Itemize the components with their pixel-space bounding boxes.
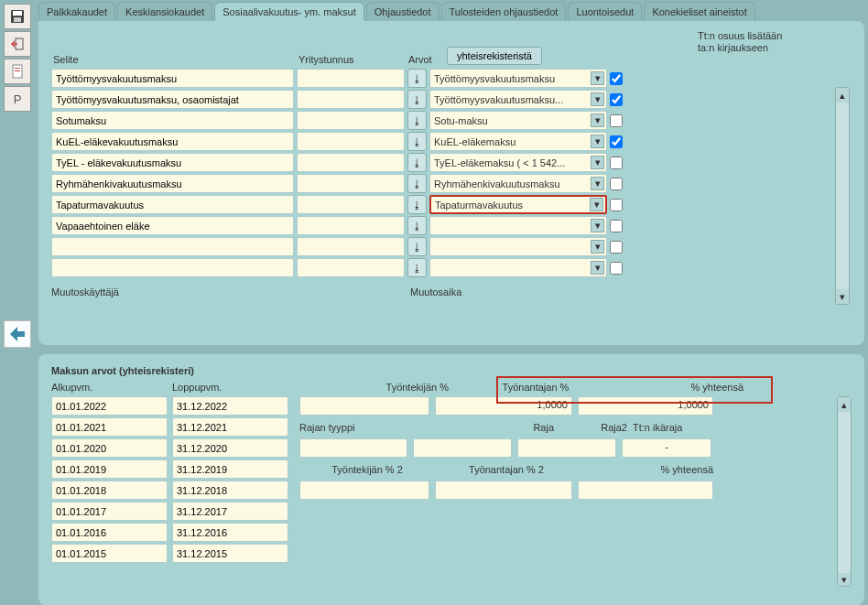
ta2-field[interactable] bbox=[435, 481, 572, 500]
lbl-raja: Raja bbox=[435, 417, 554, 437]
alkupvm-field[interactable] bbox=[51, 417, 168, 437]
tt-osuus-checkbox[interactable] bbox=[610, 199, 623, 211]
arvot-dropdown[interactable]: Työttömyysvakuutusmaksu...▾ bbox=[429, 90, 607, 109]
arvot-dropdown[interactable]: KuEL-eläkemaksu▾ bbox=[429, 132, 607, 151]
arvot-dropdown[interactable]: Ryhmähenkivakuutusmaksu▾ bbox=[429, 174, 607, 193]
save-button[interactable] bbox=[4, 4, 31, 29]
tt-osuus-checkbox[interactable] bbox=[610, 220, 623, 232]
tt-osuus-checkbox[interactable] bbox=[610, 241, 623, 254]
yritystunnus-field[interactable] bbox=[297, 132, 405, 151]
arvot-button[interactable]: ⭳ bbox=[407, 69, 427, 88]
selite-field[interactable] bbox=[51, 69, 294, 88]
loppupvm-field[interactable] bbox=[172, 417, 288, 437]
loppupvm-field[interactable] bbox=[172, 544, 288, 563]
dropdown-value: Työttömyysvakuutusmaksu bbox=[434, 73, 555, 84]
arvot-button[interactable]: ⭳ bbox=[407, 132, 427, 151]
yhteisrekisterista-button[interactable]: yhteisrekisteristä bbox=[447, 47, 542, 65]
selite-field[interactable] bbox=[51, 195, 294, 214]
selite-field[interactable] bbox=[51, 111, 294, 130]
alkupvm-field[interactable] bbox=[51, 396, 168, 416]
selite-field[interactable] bbox=[51, 258, 294, 277]
yritystunnus-field[interactable] bbox=[297, 216, 405, 235]
tab-ohjaustiedot[interactable]: Ohjaustiedot bbox=[366, 2, 439, 21]
alkupvm-field[interactable] bbox=[51, 502, 168, 521]
tt-osuus-checkbox[interactable] bbox=[610, 93, 623, 106]
selite-field[interactable] bbox=[51, 174, 294, 193]
loppupvm-field[interactable] bbox=[172, 459, 288, 479]
tt-osuus-checkbox[interactable] bbox=[610, 178, 623, 190]
loppupvm-field[interactable] bbox=[172, 523, 288, 542]
arvot-dropdown[interactable]: ▾ bbox=[429, 258, 607, 277]
arvot-button[interactable]: ⭳ bbox=[407, 111, 427, 130]
arvot-button[interactable]: ⭳ bbox=[407, 258, 427, 277]
yritystunnus-field[interactable] bbox=[297, 258, 405, 277]
arvot-button[interactable]: ⭳ bbox=[407, 195, 427, 214]
doc-button[interactable] bbox=[4, 59, 31, 84]
arvot-dropdown[interactable]: TyEL-eläkemaksu ( < 1 542...▾ bbox=[429, 153, 607, 172]
alkupvm-field[interactable] bbox=[51, 481, 168, 500]
arvot-button[interactable]: ⭳ bbox=[407, 153, 427, 172]
tp2-field[interactable] bbox=[299, 481, 429, 500]
selite-field[interactable] bbox=[51, 153, 294, 172]
selite-field[interactable] bbox=[51, 216, 294, 235]
yritystunnus-field[interactable] bbox=[297, 195, 405, 214]
scroll-down-icon[interactable]: ▾ bbox=[836, 289, 849, 304]
panel-b-scrollbar[interactable]: ▴ ▾ bbox=[837, 396, 852, 587]
alkupvm-field[interactable] bbox=[51, 459, 168, 479]
arvot-dropdown[interactable]: ▾ bbox=[429, 216, 607, 235]
tt-osuus-checkbox[interactable] bbox=[610, 114, 623, 127]
rajan-tyyppi-field[interactable] bbox=[299, 438, 407, 458]
insurance-row: ⭳▾ bbox=[51, 258, 852, 277]
tt-osuus-checkbox[interactable] bbox=[610, 157, 623, 169]
arvot-dropdown[interactable]: Sotu-maksu▾ bbox=[429, 111, 607, 130]
yritystunnus-field[interactable] bbox=[297, 153, 405, 172]
selite-field[interactable] bbox=[51, 132, 294, 151]
tyonantajan-pct-field[interactable]: 1,0000 bbox=[435, 396, 572, 416]
scroll-up-icon[interactable]: ▴ bbox=[836, 88, 849, 103]
selite-field[interactable] bbox=[51, 90, 294, 109]
panel-a-scrollbar[interactable]: ▴ ▾ bbox=[835, 87, 850, 305]
hdr-selite: Selite bbox=[51, 54, 297, 65]
alkupvm-field[interactable] bbox=[51, 544, 168, 563]
loppupvm-field[interactable] bbox=[172, 396, 288, 416]
yhteensa-pct-field[interactable]: 1,0000 bbox=[578, 396, 713, 416]
alkupvm-field[interactable] bbox=[51, 523, 168, 542]
yritystunnus-field[interactable] bbox=[297, 237, 405, 256]
p-button[interactable]: P bbox=[4, 86, 31, 112]
loppupvm-field[interactable] bbox=[172, 438, 288, 458]
dropdown-toggle-icon[interactable]: ▾ bbox=[838, 573, 851, 586]
arvot-button[interactable]: ⭳ bbox=[407, 174, 427, 193]
alkupvm-field[interactable] bbox=[51, 438, 168, 458]
chevron-down-icon: ▾ bbox=[591, 156, 604, 169]
raja2-field[interactable] bbox=[517, 438, 616, 458]
tab-tulosteiden[interactable]: Tulosteiden ohjaustiedot bbox=[441, 2, 567, 21]
yritystunnus-field[interactable] bbox=[297, 69, 405, 88]
yritystunnus-field[interactable] bbox=[297, 174, 405, 193]
arvot-button[interactable]: ⭳ bbox=[407, 90, 427, 109]
yritystunnus-field[interactable] bbox=[297, 111, 405, 130]
tyontekijan-pct-field[interactable] bbox=[299, 396, 429, 416]
yh2-field[interactable] bbox=[578, 481, 713, 500]
tab-keskiansiokaudet[interactable]: Keskiansiokaudet bbox=[117, 2, 212, 21]
tt-osuus-checkbox[interactable] bbox=[610, 262, 623, 275]
loppupvm-field[interactable] bbox=[172, 502, 288, 521]
tt-osuus-checkbox[interactable] bbox=[610, 72, 623, 85]
exit-button[interactable] bbox=[4, 31, 31, 57]
tab-palkkakaudet[interactable]: Palkkakaudet bbox=[38, 2, 115, 21]
tab-konekieliset[interactable]: Konekieliset aineistot bbox=[644, 2, 754, 21]
arvot-dropdown[interactable]: Tapaturmavakuutus▾ bbox=[429, 195, 607, 214]
lbl-tp2: Työntekijän % 2 bbox=[299, 459, 435, 479]
arvot-button[interactable]: ⭳ bbox=[407, 216, 427, 235]
tab-sosiaalivakuutus[interactable]: Sosiaalivakuutus- ym. maksut bbox=[214, 2, 364, 21]
loppupvm-field[interactable] bbox=[172, 481, 288, 500]
raja-field[interactable] bbox=[413, 438, 512, 458]
tt-ikaraja-field[interactable]: - bbox=[622, 438, 711, 458]
arvot-button[interactable]: ⭳ bbox=[407, 237, 427, 256]
selite-field[interactable] bbox=[51, 237, 294, 256]
tt-osuus-checkbox[interactable] bbox=[610, 135, 623, 148]
tab-luontoisedut[interactable]: Luontoisedut bbox=[568, 2, 642, 21]
arvot-dropdown[interactable]: ▾ bbox=[429, 237, 607, 256]
scroll-up-icon[interactable]: ▴ bbox=[838, 397, 851, 412]
arvot-dropdown[interactable]: Työttömyysvakuutusmaksu▾ bbox=[429, 69, 607, 88]
yritystunnus-field[interactable] bbox=[297, 90, 405, 109]
